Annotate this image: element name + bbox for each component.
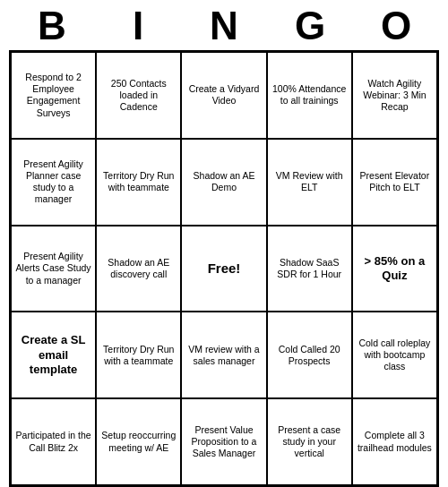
bingo-letter: I (99, 4, 177, 48)
bingo-letter: G (271, 4, 349, 48)
bingo-letter: N (185, 4, 263, 48)
bingo-header: BINGO (9, 0, 439, 50)
bingo-letter: B (13, 4, 91, 48)
bingo-cell[interactable]: Free! (181, 226, 266, 312)
bingo-cell[interactable]: Create a SL email template (11, 312, 96, 398)
bingo-cell[interactable]: Cold Called 20 Prospects (267, 312, 352, 398)
bingo-cell[interactable]: Present Agility Planner case study to a … (11, 139, 96, 226)
bingo-cell[interactable]: VM Review with ELT (267, 139, 352, 226)
bingo-cell[interactable]: Create a Vidyard Video (181, 52, 266, 139)
bingo-cell[interactable]: 100% Attendance to all trainings (267, 52, 352, 139)
bingo-cell[interactable]: VM review with a sales manager (181, 312, 266, 398)
bingo-letter: O (357, 4, 435, 48)
bingo-grid: Respond to 2 Employee Engagement Surveys… (9, 50, 439, 487)
bingo-cell[interactable]: Territory Dry Run with teammate (96, 139, 181, 226)
bingo-cell[interactable]: Watch Agility Webinar: 3 Min Recap (352, 52, 437, 139)
bingo-cell[interactable]: Shadow an AE discovery call (96, 226, 181, 312)
bingo-cell[interactable]: Shadow an AE Demo (181, 139, 266, 226)
bingo-cell[interactable]: Participated in the Call Blitz 2x (11, 398, 96, 485)
bingo-cell[interactable]: Present a case study in your vertical (267, 398, 352, 485)
bingo-cell[interactable]: Territory Dry Run with a teammate (96, 312, 181, 398)
bingo-cell[interactable]: Respond to 2 Employee Engagement Surveys (11, 52, 96, 139)
bingo-cell[interactable]: Shadow SaaS SDR for 1 Hour (267, 226, 352, 312)
bingo-cell[interactable]: 250 Contacts loaded in Cadence (96, 52, 181, 139)
bingo-cell[interactable]: Present Value Proposition to a Sales Man… (181, 398, 266, 485)
bingo-cell[interactable]: Cold call roleplay with bootcamp class (352, 312, 437, 398)
bingo-cell[interactable]: Present Elevator Pitch to ELT (352, 139, 437, 226)
bingo-cell[interactable]: Setup reoccurring meeting w/ AE (96, 398, 181, 485)
bingo-cell[interactable]: Complete all 3 trailhead modules (352, 398, 437, 485)
bingo-cell[interactable]: > 85% on a Quiz (352, 226, 437, 312)
bingo-cell[interactable]: Present Agility Alerts Case Study to a m… (11, 226, 96, 312)
